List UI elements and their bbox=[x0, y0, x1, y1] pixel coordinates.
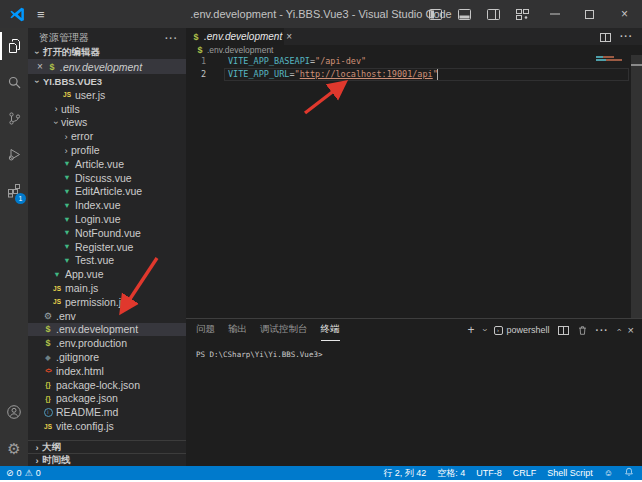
chevron-right-icon: › bbox=[61, 131, 71, 142]
vue-icon bbox=[51, 270, 63, 279]
tree-item-register-vue[interactable]: Register.vue bbox=[28, 240, 186, 254]
encoding[interactable]: UTF-8 bbox=[476, 468, 502, 478]
cursor-position[interactable]: 行 2, 列 42 bbox=[383, 467, 426, 480]
tree-item-discuss-vue[interactable]: Discuss.vue bbox=[28, 171, 186, 185]
account-icon[interactable] bbox=[0, 394, 28, 430]
close-panel-icon[interactable]: × bbox=[628, 324, 634, 336]
indentation[interactable]: 空格: 4 bbox=[437, 467, 465, 480]
tree-item-article-vue[interactable]: Article.vue bbox=[28, 157, 186, 171]
url-link[interactable]: http://localhost:19001/api bbox=[300, 69, 433, 79]
chevron-down-icon: › bbox=[32, 47, 43, 58]
split-terminal-icon[interactable] bbox=[558, 326, 569, 335]
tree-item-index-vue[interactable]: Index.vue bbox=[28, 198, 186, 212]
tab-problems[interactable]: 问题 bbox=[196, 319, 215, 341]
vue-icon bbox=[61, 242, 73, 251]
language-mode[interactable]: Shell Script bbox=[547, 468, 593, 478]
env-key: VITE_APP_BASEAPI bbox=[228, 56, 310, 66]
gear-icon bbox=[42, 311, 54, 321]
close-icon[interactable]: × bbox=[286, 31, 292, 42]
tree-item-user-js[interactable]: user.js bbox=[28, 88, 186, 102]
toggle-sidebar-icon[interactable] bbox=[421, 0, 450, 28]
tree-item-index-html[interactable]: index.html bbox=[28, 364, 186, 378]
tab-bar: .env.development × ··· bbox=[186, 28, 642, 45]
eol-sequence[interactable]: CRLF bbox=[513, 468, 537, 478]
tree-item-package-lock-json[interactable]: package-lock.json bbox=[28, 378, 186, 392]
toggle-panel-icon[interactable] bbox=[450, 0, 479, 28]
vue-icon bbox=[61, 256, 73, 265]
panel-more-actions-icon[interactable]: ··· bbox=[596, 325, 609, 336]
tree-item-test-vue[interactable]: Test.vue bbox=[28, 254, 186, 268]
open-editors-header[interactable]: › 打开的编辑器 bbox=[28, 45, 186, 59]
tree-item-env-development[interactable]: .env.development bbox=[28, 323, 186, 337]
editor-more-actions-icon[interactable]: ··· bbox=[620, 31, 633, 42]
tree-folder-utils[interactable]: ›utils bbox=[28, 102, 186, 116]
close-button[interactable]: × bbox=[607, 0, 642, 28]
bottom-panel: 问题 输出 调试控制台 终端 + › ›powershell ··· › × bbox=[186, 318, 642, 466]
chevron-right-icon: › bbox=[61, 145, 71, 156]
open-editor-item[interactable]: × .env.development bbox=[28, 59, 186, 74]
chevron-right-icon: › bbox=[51, 103, 61, 114]
scrollbar[interactable] bbox=[631, 55, 642, 318]
tree-item-editarticle-vue[interactable]: EditArticle.vue bbox=[28, 185, 186, 199]
explorer-sidebar: 资源管理器 ··· › 打开的编辑器 × .env.development › … bbox=[28, 28, 186, 466]
explorer-icon[interactable] bbox=[0, 28, 28, 64]
new-terminal-icon[interactable]: + bbox=[468, 324, 475, 336]
kill-terminal-icon[interactable] bbox=[577, 325, 588, 336]
tree-item-main-js[interactable]: main.js bbox=[28, 281, 186, 295]
minimap[interactable] bbox=[596, 56, 626, 66]
run-debug-icon[interactable] bbox=[0, 136, 28, 172]
notifications-bell-icon[interactable] bbox=[624, 467, 634, 479]
outline-section[interactable]: ›大纲 bbox=[28, 440, 186, 453]
timeline-section[interactable]: ›时间线 bbox=[28, 453, 186, 466]
minimize-button[interactable] bbox=[537, 0, 572, 28]
breadcrumb[interactable]: .env.development bbox=[186, 45, 642, 55]
tree-item-app-vue[interactable]: App.vue bbox=[28, 267, 186, 281]
maximize-button[interactable] bbox=[572, 0, 607, 28]
feedback-icon[interactable]: ☺ bbox=[604, 469, 613, 478]
source-control-icon[interactable] bbox=[0, 100, 28, 136]
vscode-window: ≡ .env.development - Yi.BBS.Vue3 - Visua… bbox=[0, 0, 642, 482]
extensions-icon[interactable]: 1 bbox=[0, 172, 28, 208]
toggle-secondary-sidebar-icon[interactable] bbox=[479, 0, 508, 28]
tree-item-permission-js[interactable]: permission.js bbox=[28, 295, 186, 309]
close-icon[interactable]: × bbox=[34, 61, 46, 72]
diamond-icon bbox=[42, 353, 54, 362]
terminal-output[interactable]: PS D:\CSharp\Yi\Yi.BBS.Vue3> bbox=[186, 341, 642, 359]
tree-folder-error[interactable]: ›error bbox=[28, 129, 186, 143]
menu-icon[interactable]: ≡ bbox=[37, 8, 45, 21]
dollar-icon bbox=[42, 338, 54, 348]
tree-item-env-production[interactable]: .env.production bbox=[28, 336, 186, 350]
project-root-header[interactable]: › YI.BBS.VUE3 bbox=[28, 74, 186, 88]
terminal-instance[interactable]: ›powershell bbox=[494, 325, 550, 335]
tree-item-login-vue[interactable]: Login.vue bbox=[28, 212, 186, 226]
maximize-panel-icon[interactable]: › bbox=[613, 329, 623, 332]
tree-item-readme-md[interactable]: README.md bbox=[28, 405, 186, 419]
terminal-icon: › bbox=[494, 326, 503, 335]
chevron-down-icon: › bbox=[51, 117, 62, 127]
tree-item-gitignore[interactable]: .gitignore bbox=[28, 350, 186, 364]
js-icon bbox=[42, 423, 54, 430]
tree-item-vite-config-js[interactable]: vite.config.js bbox=[28, 419, 186, 433]
settings-gear-icon[interactable]: ⚙ bbox=[0, 430, 28, 466]
tree-item-env[interactable]: .env bbox=[28, 309, 186, 323]
terminal-dropdown-icon[interactable]: › bbox=[479, 329, 489, 332]
tree-item-package-json[interactable]: package.json bbox=[28, 392, 186, 406]
code-editor[interactable]: 1 VITE_APP_BASEAPI="/api-dev" 2 VITE_APP… bbox=[186, 55, 642, 318]
activity-bar: 1 ⚙ bbox=[0, 28, 28, 466]
tab-debug-console[interactable]: 调试控制台 bbox=[260, 319, 308, 341]
text-cursor bbox=[437, 69, 438, 80]
tab-output[interactable]: 输出 bbox=[228, 319, 247, 341]
dollar-icon bbox=[192, 32, 200, 42]
tab-terminal[interactable]: 终端 bbox=[321, 319, 340, 341]
customize-layout-icon[interactable] bbox=[508, 0, 537, 28]
explorer-more-actions-icon[interactable]: ··· bbox=[165, 33, 178, 44]
tab-env-development[interactable]: .env.development × bbox=[186, 28, 284, 45]
problems-status[interactable]: ⊘0⚠0 bbox=[6, 468, 41, 478]
tree-folder-profile[interactable]: ›profile bbox=[28, 143, 186, 157]
tree-item-notfound-vue[interactable]: NotFound.vue bbox=[28, 226, 186, 240]
split-editor-icon[interactable] bbox=[600, 28, 611, 46]
vscode-logo-icon bbox=[9, 6, 26, 23]
tree-folder-views[interactable]: ›views bbox=[28, 116, 186, 130]
search-icon[interactable] bbox=[0, 64, 28, 100]
vue-icon bbox=[61, 228, 73, 237]
